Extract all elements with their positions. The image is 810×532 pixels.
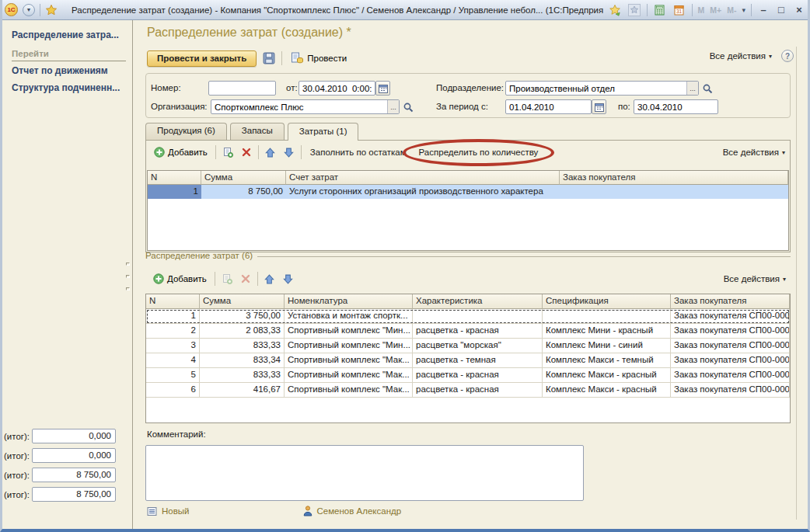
total-label: Распределено запасов (итог): xyxy=(0,451,30,461)
costs-tab-pane: Добавить Заполнить по остаткам xyxy=(145,140,791,252)
tab-stock[interactable]: Запасы xyxy=(230,123,285,140)
column-header[interactable]: N xyxy=(148,171,201,185)
titlebar-separator xyxy=(692,4,693,16)
total-value: 0,000 xyxy=(32,448,116,463)
app-window: 1С ▼ Распределение затрат (создание) - К… xyxy=(0,0,810,532)
distribution-table: N Сумма Номенклатура Характеристика Спец… xyxy=(145,294,791,423)
move-down-icon[interactable] xyxy=(281,272,295,286)
department-field: ... xyxy=(505,81,699,96)
organization-input[interactable] xyxy=(211,100,387,113)
window-title: Распределение затрат (создание) - Компан… xyxy=(62,5,603,15)
distribution-add-button[interactable]: Добавить xyxy=(150,272,210,286)
favorites-list-icon[interactable] xyxy=(627,3,641,17)
total-value: 8 750,00 xyxy=(32,487,116,502)
calendar-icon[interactable]: 31 xyxy=(672,3,686,17)
delete-row-icon[interactable] xyxy=(239,145,253,159)
calculator-icon[interactable] xyxy=(653,3,667,17)
chevron-down-icon: ▾ xyxy=(769,53,772,60)
period-from-field xyxy=(505,99,592,114)
distribution-group-header: Распределение затрат (6) xyxy=(145,251,791,260)
comment-textarea[interactable] xyxy=(145,445,584,501)
costs-all-actions-button[interactable]: Все действия ▾ xyxy=(723,148,785,157)
column-header[interactable]: Заказ покупателя xyxy=(560,171,788,185)
post-button[interactable]: Провести xyxy=(288,50,350,66)
status-bar: Новый Семенов Александр xyxy=(147,506,401,516)
organization-search-icon[interactable] xyxy=(402,99,414,114)
organization-label: Организация: xyxy=(151,102,208,111)
period-to-label: по: xyxy=(618,102,630,111)
organization-choose-button[interactable]: ... xyxy=(387,100,399,113)
close-button[interactable]: × xyxy=(793,4,805,16)
move-down-icon[interactable] xyxy=(282,145,296,159)
help-button[interactable]: ? xyxy=(781,50,794,62)
distribute-by-quantity-button[interactable]: Распределить по количеству xyxy=(415,146,543,158)
number-field xyxy=(208,81,276,96)
post-and-close-button[interactable]: Провести и закрыть xyxy=(147,50,257,67)
column-header[interactable]: Сумма xyxy=(201,171,286,185)
column-header[interactable]: Счет затрат xyxy=(286,171,560,185)
department-search-icon[interactable] xyxy=(701,81,714,96)
department-input[interactable] xyxy=(506,82,686,95)
column-header[interactable]: Номенклатура xyxy=(285,294,413,309)
column-header[interactable]: Спецификация xyxy=(543,294,671,309)
table-row[interactable]: 5 833,33 Спортивный комплекс "Мак... рас… xyxy=(146,368,790,383)
date-input[interactable] xyxy=(299,82,375,95)
column-header[interactable]: Характеристика xyxy=(413,294,543,309)
group-divider xyxy=(257,256,791,257)
titlebar-separator xyxy=(40,4,40,16)
table-row[interactable]: 2 2 083,33 Спортивный комплекс "Мин... р… xyxy=(146,324,790,339)
tab-costs[interactable]: Затраты (1) xyxy=(288,123,359,141)
table-row[interactable]: 4 833,34 Спортивный комплекс "Мак... рас… xyxy=(146,353,790,368)
favorites-star-icon[interactable] xyxy=(45,4,58,16)
table-row[interactable]: 6 416,67 Спортивный комплекс "Мак... рас… xyxy=(146,383,790,398)
sidebar-link-subordination-structure[interactable]: Структура подчиненн... xyxy=(12,82,120,93)
add-icon xyxy=(154,147,165,158)
number-input[interactable] xyxy=(209,82,275,95)
memory-subtract-button[interactable]: M- xyxy=(727,5,736,15)
costs-table-header: N Сумма Счет затрат Заказ покупателя xyxy=(148,171,788,185)
distribution-table-header: N Сумма Номенклатура Характеристика Спец… xyxy=(146,294,790,309)
sidebar-link-movements-report[interactable]: Отчет по движениям xyxy=(12,65,108,76)
toolbar-separator xyxy=(281,51,282,65)
memory-add-button[interactable]: M+ xyxy=(710,5,721,15)
chevron-down-icon: ▾ xyxy=(783,276,786,283)
sidebar-current-item[interactable]: Распределение затра... xyxy=(12,30,119,40)
move-up-icon[interactable] xyxy=(264,145,278,159)
minimize-button[interactable]: – xyxy=(757,4,770,16)
memory-recall-button[interactable]: M xyxy=(698,5,705,15)
table-row[interactable]: 1 3 750,00 Установка и монтаж спортк... … xyxy=(146,309,790,324)
costs-table: N Сумма Счет затрат Заказ покупателя 1 8… xyxy=(147,170,789,251)
save-icon[interactable] xyxy=(262,51,276,65)
period-to-field xyxy=(634,99,718,114)
toolbar-separator xyxy=(215,145,216,159)
move-up-icon[interactable] xyxy=(263,272,277,286)
date-label: от: xyxy=(286,83,298,92)
column-header[interactable]: Заказ покупателя xyxy=(671,294,790,309)
department-choose-button[interactable]: ... xyxy=(686,82,698,95)
table-row[interactable]: 3 833,33 Спортивный комплекс "Мин... рас… xyxy=(146,339,790,353)
add-icon xyxy=(153,273,164,284)
costs-add-button[interactable]: Добавить xyxy=(151,145,211,159)
distribution-all-actions-button[interactable]: Все действия ▾ xyxy=(724,274,786,283)
all-actions-button[interactable]: Все действия ▾ xyxy=(710,51,772,61)
period-from-label: За период с: xyxy=(436,102,488,111)
period-from-calendar-button[interactable] xyxy=(592,99,606,114)
period-from-input[interactable] xyxy=(506,100,591,113)
tab-production[interactable]: Продукция (6) xyxy=(145,123,227,140)
copy-row-icon[interactable] xyxy=(221,145,235,159)
period-to-input[interactable] xyxy=(634,100,717,113)
svg-text:31: 31 xyxy=(676,9,683,14)
fill-by-balances-button[interactable]: Заполнить по остаткам xyxy=(306,146,410,158)
table-row[interactable]: 1 8 750,00 Услуги сторонних организаций … xyxy=(148,185,788,199)
add-to-favorites-icon[interactable] xyxy=(608,3,622,17)
column-header[interactable]: Сумма xyxy=(200,294,285,309)
user-icon xyxy=(303,506,312,516)
system-menu-button[interactable]: ▼ xyxy=(23,4,35,16)
date-calendar-button[interactable] xyxy=(375,81,390,96)
splitter-grip[interactable] xyxy=(126,263,130,300)
comment-label: Комментарий: xyxy=(147,429,206,439)
titlebar-menu-caret-icon[interactable]: ▾ xyxy=(742,6,745,14)
titlebar-separator xyxy=(751,4,752,16)
column-header[interactable]: N xyxy=(146,294,200,309)
maximize-button[interactable]: □ xyxy=(775,4,787,16)
